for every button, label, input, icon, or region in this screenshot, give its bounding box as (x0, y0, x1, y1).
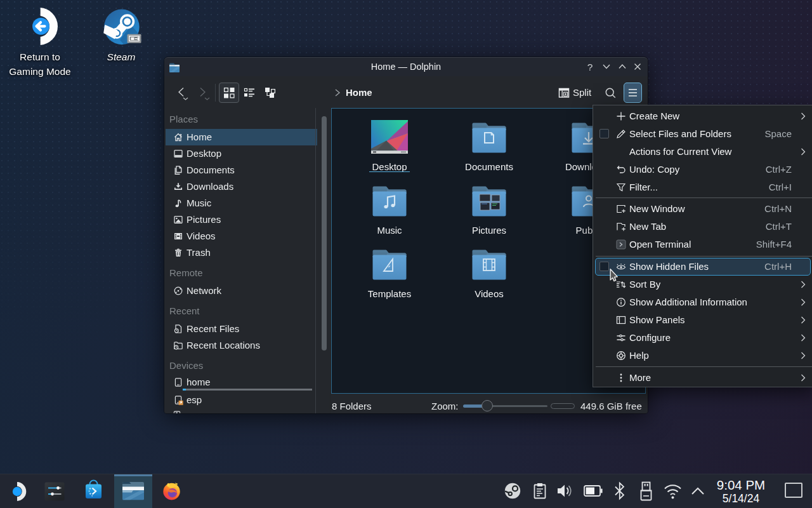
svg-text:?: ? (587, 62, 593, 72)
